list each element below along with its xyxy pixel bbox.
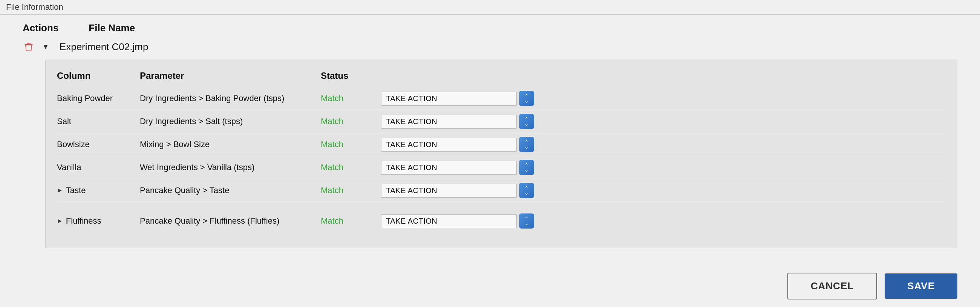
cell-status: Match xyxy=(321,163,381,173)
column-value: Bowlsize xyxy=(57,139,90,149)
cell-column: Bowlsize xyxy=(57,139,140,149)
col-header-status: Status xyxy=(321,70,381,81)
cell-action xyxy=(381,137,946,152)
action-dropdown[interactable] xyxy=(381,138,517,152)
cell-parameter: Dry Ingredients > Baking Powder (tsps) xyxy=(140,94,321,103)
cell-parameter: Mixing > Bowl Size xyxy=(140,139,321,149)
col-header-parameter: Parameter xyxy=(140,70,321,81)
cell-action xyxy=(381,91,946,106)
file-name: Experiment C02.jmp xyxy=(60,41,148,53)
cell-parameter: Wet Ingredients > Vanilla (tsps) xyxy=(140,163,321,173)
cell-column: Baking Powder xyxy=(57,94,140,103)
cell-status: Match xyxy=(321,94,381,103)
dropdown-stepper-button[interactable] xyxy=(519,213,534,229)
table-row: Salt Dry Ingredients > Salt (tsps) Match xyxy=(57,110,946,133)
action-dropdown[interactable] xyxy=(381,92,517,106)
dropdown-stepper-button[interactable] xyxy=(519,137,534,152)
cell-status: Match xyxy=(321,139,381,149)
cell-action xyxy=(381,183,946,198)
save-button[interactable]: SAVE xyxy=(885,273,958,299)
cell-parameter: Pancake Quality > Fluffiness (Fluffies) xyxy=(140,216,321,226)
expand-row-icon[interactable]: ► xyxy=(57,217,63,224)
action-dropdown[interactable] xyxy=(381,214,517,228)
file-row: ▼ Experiment C02.jmp xyxy=(0,38,980,56)
cell-parameter: Dry Ingredients > Salt (tsps) xyxy=(140,117,321,126)
action-dropdown[interactable] xyxy=(381,184,517,198)
actions-column-header: Actions xyxy=(22,22,59,34)
filename-column-header: File Name xyxy=(89,22,135,34)
column-value: Vanilla xyxy=(57,163,81,173)
cell-column: ► Taste xyxy=(57,185,140,195)
footer: CANCEL SAVE xyxy=(0,265,980,307)
cancel-button[interactable]: CANCEL xyxy=(788,273,877,299)
cell-column: Salt xyxy=(57,117,140,126)
action-dropdown[interactable] xyxy=(381,115,517,129)
cell-status: Match xyxy=(321,117,381,126)
cell-status: Match xyxy=(321,185,381,195)
cell-parameter: Pancake Quality > Taste xyxy=(140,185,321,195)
expand-file-icon[interactable]: ▼ xyxy=(42,43,49,51)
cell-column: Vanilla xyxy=(57,163,140,173)
cell-action xyxy=(381,114,946,129)
dropdown-stepper-button[interactable] xyxy=(519,183,534,198)
col-header-action xyxy=(381,70,946,81)
cell-status: Match xyxy=(321,216,381,226)
inner-table-container: Column Parameter Status Baking Powder Dr… xyxy=(45,59,958,248)
cell-column: ► Fluffiness xyxy=(57,216,140,226)
col-header-column: Column xyxy=(57,70,140,81)
header-row: Actions File Name xyxy=(0,15,980,38)
delete-icon[interactable] xyxy=(22,41,35,53)
cell-action xyxy=(381,213,946,229)
table-row: ► Fluffiness Pancake Quality > Fluffines… xyxy=(57,210,946,232)
inner-header-row: Column Parameter Status xyxy=(57,67,946,87)
dropdown-stepper-button[interactable] xyxy=(519,160,534,175)
table-row: Baking Powder Dry Ingredients > Baking P… xyxy=(57,87,946,110)
dropdown-stepper-button[interactable] xyxy=(519,91,534,106)
svg-rect-1 xyxy=(27,43,30,44)
inner-table: Column Parameter Status Baking Powder Dr… xyxy=(57,67,946,232)
table-row: ► Taste Pancake Quality > Taste Match xyxy=(57,179,946,202)
cell-action xyxy=(381,160,946,175)
table-row: Vanilla Wet Ingredients > Vanilla (tsps)… xyxy=(57,156,946,179)
column-value: Baking Powder xyxy=(57,94,113,103)
column-value: Fluffiness xyxy=(66,216,102,226)
action-dropdown[interactable] xyxy=(381,161,517,174)
spacer-row xyxy=(57,202,946,210)
title-bar: File Information xyxy=(0,0,980,15)
main-container: Actions File Name ▼ Experiment C02.jmp C… xyxy=(0,15,980,307)
table-row: Bowlsize Mixing > Bowl Size Match xyxy=(57,133,946,156)
column-value: Salt xyxy=(57,117,71,126)
expand-row-icon[interactable]: ► xyxy=(57,187,63,194)
column-value: Taste xyxy=(66,185,86,195)
dropdown-stepper-button[interactable] xyxy=(519,114,534,129)
title-text: File Information xyxy=(6,2,63,12)
